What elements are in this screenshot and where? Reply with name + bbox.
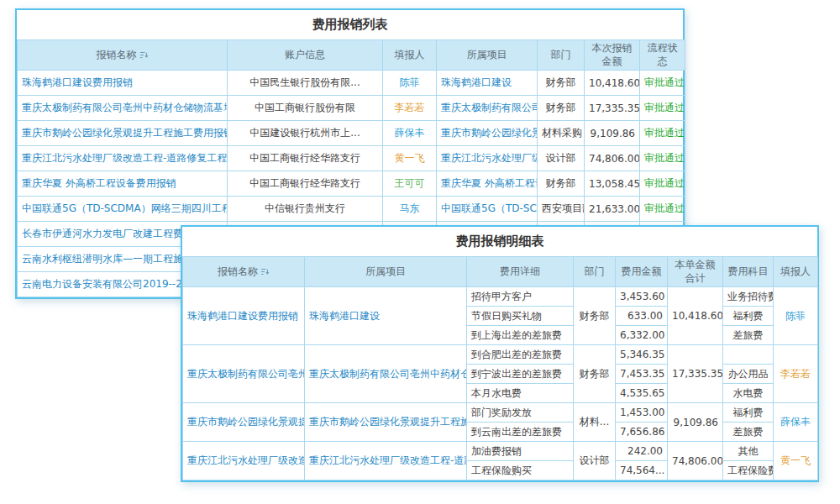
reimbursement-name-link[interactable]: 重庆太极制药有限公司亳州中药材 — [183, 345, 305, 403]
column-header-label: 费用科目 — [728, 265, 769, 277]
total-amount-cell: 9,109.86 — [668, 403, 723, 442]
expense-item-cell: 招待甲方客户 — [467, 287, 574, 307]
account-cell: 中信银行贵州支行 — [228, 197, 383, 222]
dept-cell: 材料... — [574, 403, 616, 442]
column-header: 费用详细 — [467, 257, 574, 287]
column-header[interactable]: 报销名称 — [183, 257, 305, 287]
expense-amount-cell: 74,564... — [616, 461, 668, 480]
column-header: 费用科目 — [723, 257, 774, 287]
total-amount-cell: 10,418.60 — [668, 287, 723, 345]
expense-list-title: 费用报销列表 — [17, 10, 683, 39]
amount-cell: 74,806.00 — [585, 146, 640, 171]
filler-cell: 黄一飞 — [383, 146, 437, 171]
reimbursement-name-link[interactable]: 重庆华夏 外高桥工程设备费用报销 — [18, 171, 228, 197]
status-cell: 审批通过 — [640, 171, 685, 197]
expense-detail-row: 重庆太极制药有限公司亳州中药材重庆太极制药有限公司亳州中药材仓储物流到合肥出差的… — [183, 345, 818, 365]
expense-detail-panel: 费用报销明细表 报销名称所属项目费用详细部门费用金额本单金额合计费用科目填报人 … — [181, 225, 819, 482]
expense-detail-row: 重庆江北污水处理厂级改造工程-重庆江北污水处理厂级改造工程-道路修复工加油费报销… — [183, 442, 818, 461]
reimbursement-name-link[interactable]: 中国联通5G（TD-SCDMA）网络三期四川工程费... — [18, 197, 228, 222]
status-cell: 审批通过 — [640, 146, 685, 171]
column-header-label: 部门 — [551, 49, 571, 60]
expense-list-row: 重庆江北污水处理厂级改造工程-道路修复工程费用...中国工商银行经华路支行黄一飞… — [18, 146, 685, 171]
status-cell: 审批通过 — [640, 121, 685, 146]
column-header: 所属项目 — [305, 257, 467, 287]
expense-amount-cell: 3,453.60 — [616, 287, 668, 307]
expense-item-cell: 到上海出差的差旅费 — [467, 326, 574, 345]
column-header-label: 部门 — [585, 265, 605, 277]
project-cell: 重庆太极制药有限公司亳州中药材仓储物流 — [305, 345, 467, 403]
column-header-label: 费用详细 — [500, 265, 540, 277]
expense-list-row: 重庆华夏 外高桥工程设备费用报销中国工商银行经华路支行王可可重庆华夏 外高桥工程… — [18, 171, 685, 197]
project-cell: 珠海鹤港口建设 — [305, 287, 467, 345]
dept-cell: 设计部 — [538, 146, 585, 171]
column-header-label: 填报人 — [395, 49, 425, 60]
filler-cell: 黄一飞 — [774, 442, 818, 480]
project-cell: 重庆市鹅岭公园绿化景观提升工程施工 — [305, 403, 467, 442]
expense-category-cell: 办公用品 — [723, 365, 774, 384]
status-cell: 审批通过 — [640, 71, 685, 96]
column-header-label: 本单金额合计 — [675, 259, 716, 284]
total-amount-cell: 17,335.35 — [668, 345, 723, 403]
reimbursement-name-link[interactable]: 重庆太极制药有限公司亳州中药材仓储物流基地项... — [18, 96, 228, 121]
reimbursement-name-link[interactable]: 重庆江北污水处理厂级改造工程-道路修复工程费用... — [18, 146, 228, 171]
expense-list-row: 珠海鹤港口建设费用报销中国民生银行股份有限...陈菲珠海鹤港口建设财务部10,4… — [18, 71, 685, 96]
reimbursement-name-link[interactable]: 珠海鹤港口建设费用报销 — [183, 287, 305, 345]
amount-cell: 9,109.86 — [585, 121, 640, 146]
reimbursement-name-link[interactable]: 重庆江北污水处理厂级改造工程- — [183, 442, 305, 480]
reimbursement-name-link[interactable]: 重庆市鹅岭公园绿化景观提升工程 — [183, 403, 305, 442]
dept-cell: 材料采购 — [538, 121, 585, 146]
expense-list-row: 重庆市鹅岭公园绿化景观提升工程施工费用报销中国建设银行杭州市上...薛保丰重庆市… — [18, 121, 685, 146]
project-cell: 重庆江北污水处理厂级改造工... — [437, 146, 538, 171]
account-cell: 中国建设银行杭州市上... — [228, 121, 383, 146]
column-header[interactable]: 报销名称 — [18, 40, 228, 71]
dept-cell: 财务部 — [574, 287, 616, 345]
status-cell: 审批通过 — [640, 96, 685, 121]
total-amount-cell: 74,806.00 — [668, 442, 723, 480]
expense-item-cell: 节假日购买礼物 — [467, 307, 574, 326]
dept-cell: 财务部 — [538, 96, 585, 121]
column-header-label: 所属项目 — [467, 49, 507, 60]
account-cell: 中国民生银行股份有限... — [228, 71, 383, 96]
column-header: 流程状态 — [640, 40, 685, 71]
column-header-label: 报销名称 — [97, 49, 137, 60]
reimbursement-name-link[interactable]: 珠海鹤港口建设费用报销 — [18, 71, 228, 96]
expense-amount-cell: 7,656.86 — [616, 423, 668, 442]
expense-detail-title: 费用报销明细表 — [182, 227, 817, 256]
project-cell: 重庆华夏 外高桥工程设备 — [437, 171, 538, 197]
dept-cell: 财务部 — [538, 171, 585, 197]
expense-item-cell: 加油费报销 — [467, 442, 574, 461]
column-header: 本单金额合计 — [668, 257, 723, 287]
expense-list-row: 重庆太极制药有限公司亳州中药材仓储物流基地项...中国工商银行股份有限李若若重庆… — [18, 96, 685, 121]
column-header-label: 所属项目 — [365, 265, 406, 277]
status-cell: 审批通过 — [640, 197, 685, 222]
expense-list-row: 中国联通5G（TD-SCDMA）网络三期四川工程费...中信银行贵州支行马东中国… — [18, 197, 685, 222]
account-cell: 中国工商银行经华路支行 — [228, 171, 383, 197]
expense-amount-cell: 6,332.00 — [616, 326, 668, 345]
column-header-label: 报销名称 — [218, 265, 258, 277]
expense-item-cell: 本月水电费 — [467, 384, 574, 403]
expense-amount-cell: 7,453.35 — [616, 365, 668, 384]
expense-category-cell: 业务招待费 — [723, 287, 774, 307]
column-header-label: 填报人 — [780, 265, 811, 277]
expense-category-cell: 水电费 — [723, 384, 774, 403]
expense-item-cell: 到云南出差的差旅费 — [467, 423, 574, 442]
column-header: 部门 — [574, 257, 616, 287]
expense-detail-row: 珠海鹤港口建设费用报销珠海鹤港口建设招待甲方客户财务部3,453.6010,41… — [183, 287, 818, 307]
column-header-label: 费用金额 — [622, 265, 662, 277]
column-header: 账户信息 — [228, 40, 383, 71]
filler-cell: 李若若 — [774, 345, 818, 403]
filler-cell: 陈菲 — [383, 71, 437, 96]
dept-cell: 财务部 — [538, 71, 585, 96]
sort-icon[interactable] — [260, 267, 270, 276]
amount-cell: 10,418.60 — [585, 71, 640, 96]
amount-cell: 13,058.45 — [585, 171, 640, 197]
dept-cell: 财务部 — [574, 345, 616, 403]
expense-amount-cell: 242.00 — [616, 442, 668, 461]
filler-cell: 薛保丰 — [774, 403, 818, 442]
filler-cell: 陈菲 — [774, 287, 818, 345]
amount-cell: 21,633.00 — [585, 197, 640, 222]
sort-icon[interactable] — [139, 50, 149, 60]
reimbursement-name-link[interactable]: 重庆市鹅岭公园绿化景观提升工程施工费用报销 — [18, 121, 228, 146]
expense-item-cell: 到宁波出差的差旅费 — [467, 365, 574, 384]
account-cell: 中国工商银行股份有限 — [228, 96, 383, 121]
